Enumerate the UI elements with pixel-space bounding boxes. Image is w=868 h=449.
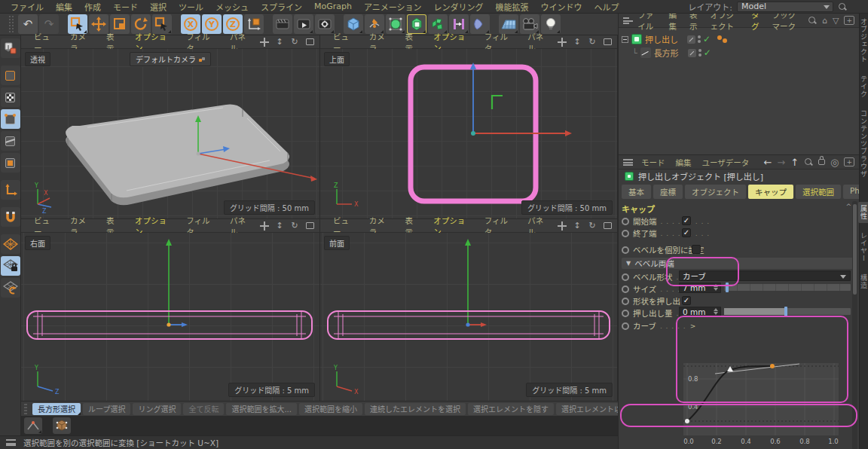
render-view-button[interactable]: [273, 14, 292, 34]
pan-icon[interactable]: [259, 37, 270, 47]
ring-select-button[interactable]: リング選択: [133, 403, 181, 415]
invert-all-button[interactable]: 全て反転: [183, 403, 224, 415]
tree-row-rectangle[interactable]: └ 長方形 ✓: [622, 46, 856, 60]
hamburger-icon[interactable]: [623, 17, 629, 24]
edges-mode-button[interactable]: [1, 131, 20, 151]
tab-object[interactable]: オブジェクト: [685, 185, 746, 199]
toolbar-grip[interactable]: [9, 16, 14, 32]
anim-knob-icon[interactable]: [622, 218, 629, 225]
parent-up-icon[interactable]: ↑: [790, 157, 799, 168]
separate-bevel-checkbox[interactable]: [692, 245, 701, 254]
selection-toolbar-grip[interactable]: [24, 404, 27, 414]
render-animation-button[interactable]: [294, 14, 313, 34]
rectangle-select-button[interactable]: 長方形選択: [32, 403, 81, 415]
object-name[interactable]: 押し出し: [645, 33, 678, 45]
new-panel-icon[interactable]: +: [844, 157, 854, 166]
extrude-amount-slider[interactable]: [724, 308, 851, 315]
tree-row-extrude[interactable]: 押し出し ✓: [622, 32, 856, 46]
size-slider[interactable]: [724, 284, 851, 291]
snap-magnet-button[interactable]: [1, 207, 20, 227]
dock-tab-content-browser[interactable]: コンテンツブラウザ: [858, 107, 868, 181]
hamburger-icon[interactable]: [623, 159, 633, 166]
scrollbar-thumb[interactable]: [853, 204, 857, 295]
anim-knob-icon[interactable]: [622, 322, 629, 330]
home-icon[interactable]: ⌂: [822, 16, 827, 26]
collapse-icon[interactable]: [622, 36, 628, 43]
workplane-button[interactable]: [1, 234, 20, 254]
tag-dot-icon[interactable]: [717, 35, 722, 40]
pan-icon[interactable]: [259, 221, 270, 231]
maximize-icon[interactable]: [304, 221, 315, 231]
orbit-icon[interactable]: ↻: [289, 221, 300, 231]
end-cap-checkbox[interactable]: ✓: [682, 228, 691, 237]
menu-mode[interactable]: モード: [107, 1, 144, 13]
pan-icon[interactable]: [557, 37, 567, 47]
slider-handle[interactable]: [784, 307, 787, 316]
orbit-icon[interactable]: ↻: [587, 37, 598, 47]
extrude-amount-spinner[interactable]: 0 mm: [679, 307, 721, 317]
workplane-mode-button[interactable]: [1, 278, 20, 298]
edit-toggle-icon[interactable]: [687, 35, 695, 44]
tab-caps[interactable]: キャップ: [748, 185, 793, 199]
dock-tab-structure[interactable]: 構造: [858, 271, 868, 292]
grow-selection-button[interactable]: 選択範囲を拡大...: [226, 403, 297, 415]
search-icon[interactable]: [804, 157, 813, 166]
menu-create[interactable]: 作成: [78, 1, 107, 13]
menu-file[interactable]: ファイル: [5, 1, 50, 13]
locked-workplane-button[interactable]: [1, 256, 20, 276]
bevel-curve-graph[interactable]: 0.8 0.4 0.0 0.2 0.4 0.6 0.8 1.0: [679, 363, 848, 448]
tag-dot-icon[interactable]: [723, 38, 727, 43]
maximize-icon[interactable]: [602, 37, 613, 47]
orbit-icon[interactable]: ↻: [587, 221, 598, 231]
viewport-canvas-front[interactable]: Y X 前面 グリッド間隔 : 5 mm: [320, 233, 617, 401]
bounding-cube-tool-button[interactable]: [53, 417, 71, 434]
menu-render[interactable]: レンダリング: [428, 1, 490, 13]
anim-knob-icon[interactable]: [622, 273, 629, 281]
camera-label[interactable]: デフォルトカメラ: [130, 52, 211, 66]
bevel-shape-dropdown[interactable]: カーブ: [679, 270, 851, 281]
make-editable-button[interactable]: [1, 38, 20, 58]
dolly-icon[interactable]: ↕: [274, 221, 285, 231]
slider-handle[interactable]: [726, 283, 729, 292]
tab-basic[interactable]: 基本: [622, 185, 651, 199]
points-mode-button[interactable]: [1, 109, 20, 129]
object-name[interactable]: 長方形: [654, 47, 679, 59]
anim-knob-icon[interactable]: [622, 286, 629, 293]
am-menu-userdata[interactable]: ユーザデータ: [697, 157, 755, 168]
spinner-arrows-icon[interactable]: [714, 284, 718, 291]
viewport-canvas-right[interactable]: Y Z 右面 グリッド間隔 : 5 mm: [21, 233, 319, 401]
am-menu-edit[interactable]: 編集: [671, 157, 697, 168]
pan-icon[interactable]: [557, 221, 567, 231]
shrink-selection-button[interactable]: 選択範囲を縮小: [299, 403, 362, 415]
dock-tab-takes[interactable]: テイク: [858, 72, 868, 101]
viewport-canvas-top[interactable]: Z X 上面 グリッド間隔 : 50 mm: [320, 49, 617, 218]
dock-tab-layers[interactable]: レイヤー: [858, 229, 868, 265]
menu-animation[interactable]: アニメーション: [358, 1, 428, 13]
caps-section-header[interactable]: キャップ: [622, 203, 655, 214]
dolly-icon[interactable]: ↕: [572, 37, 582, 47]
menu-mograph[interactable]: MoGraph: [308, 2, 358, 11]
select-connected-button[interactable]: 連続したエレメントを選択: [365, 403, 466, 415]
dock-tab-attributes[interactable]: 属性: [858, 202, 868, 223]
lock-icon[interactable]: [818, 159, 825, 165]
enable-check-icon[interactable]: ✓: [703, 34, 711, 44]
menu-window[interactable]: ウインドウ: [535, 1, 588, 13]
anim-knob-icon[interactable]: [622, 310, 629, 317]
menu-spline[interactable]: スプライン: [255, 1, 308, 13]
add-bookmark-icon[interactable]: +: [844, 16, 854, 25]
visibility-dots-icon[interactable]: [698, 35, 701, 43]
hide-selected-button[interactable]: 選択エレメントを隠す: [468, 403, 554, 415]
menu-mesh[interactable]: メッシュ: [209, 1, 255, 13]
enable-axis-button[interactable]: [1, 180, 20, 200]
viewport-canvas-perspective[interactable]: Y X Z 透視 デフォルトカメラ グリッド間隔 : 50 mm: [21, 49, 319, 218]
dock-tab-objects[interactable]: オブジェクト: [858, 15, 868, 66]
am-menu-mode[interactable]: モード: [636, 157, 671, 168]
expand-icon[interactable]: >: [690, 322, 696, 330]
hamburger-icon[interactable]: [6, 439, 16, 446]
history-back-icon[interactable]: ←: [763, 157, 772, 168]
loop-select-button[interactable]: ループ選択: [83, 403, 130, 415]
search-icon[interactable]: [838, 2, 847, 11]
tab-coordinates[interactable]: 座標: [653, 185, 683, 199]
anim-knob-icon[interactable]: [622, 246, 629, 254]
maximize-icon[interactable]: [304, 37, 315, 47]
